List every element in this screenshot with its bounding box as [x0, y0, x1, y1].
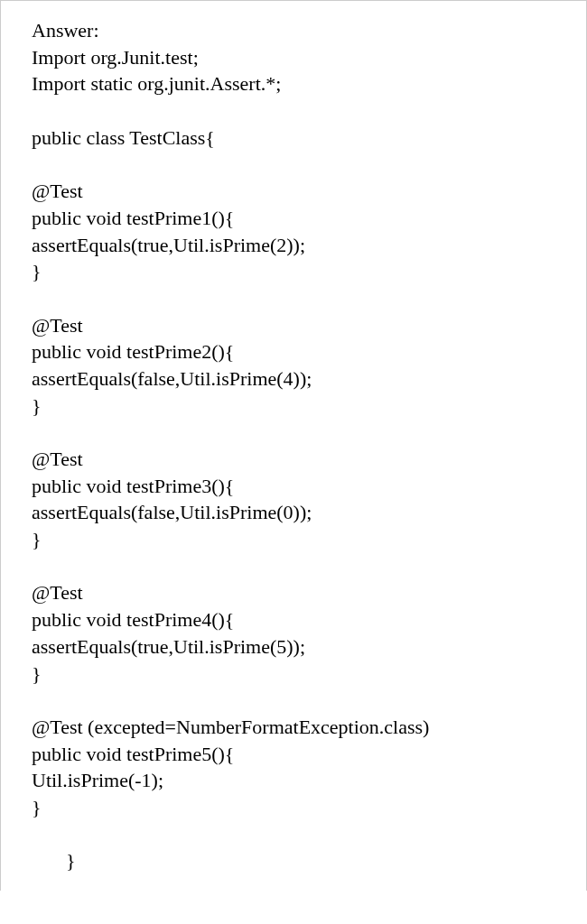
blank-line [32, 687, 586, 714]
blank-line [32, 97, 586, 125]
import-line: Import static org.junit.Assert.*; [32, 70, 586, 97]
blank-line [32, 285, 586, 312]
blank-line [32, 553, 586, 580]
close-brace: } [32, 526, 586, 553]
blank-line [32, 151, 586, 178]
close-brace: } [32, 661, 586, 688]
assert-call: assertEquals(true,Util.isPrime(5)); [32, 633, 586, 661]
close-brace: } [32, 794, 586, 821]
annotation: @Test [32, 579, 586, 606]
method-declaration: public void testPrime4(){ [32, 606, 586, 633]
annotation: @Test [32, 312, 586, 339]
method-declaration: public void testPrime2(){ [32, 338, 586, 365]
blank-line [32, 419, 586, 446]
close-brace: } [32, 393, 586, 420]
annotation: @Test [32, 446, 586, 473]
close-brace: } [32, 258, 586, 285]
method-call: Util.isPrime(-1); [32, 767, 586, 794]
annotation: @Test [32, 178, 586, 205]
code-block: Answer: Import org.Junit.test; Import st… [0, 0, 587, 891]
assert-call: assertEquals(false,Util.isPrime(0)); [32, 499, 586, 526]
blank-line [32, 821, 586, 848]
assert-call: assertEquals(false,Util.isPrime(4)); [32, 365, 586, 393]
import-line: Import org.Junit.test; [32, 44, 586, 71]
answer-label: Answer: [32, 17, 586, 44]
method-declaration: public void testPrime5(){ [32, 741, 586, 768]
close-brace: } [32, 847, 586, 874]
method-declaration: public void testPrime1(){ [32, 205, 586, 232]
method-declaration: public void testPrime3(){ [32, 473, 586, 500]
class-declaration: public class TestClass{ [32, 125, 586, 152]
assert-call: assertEquals(true,Util.isPrime(2)); [32, 232, 586, 259]
annotation: @Test (excepted=NumberFormatException.cl… [32, 714, 586, 741]
